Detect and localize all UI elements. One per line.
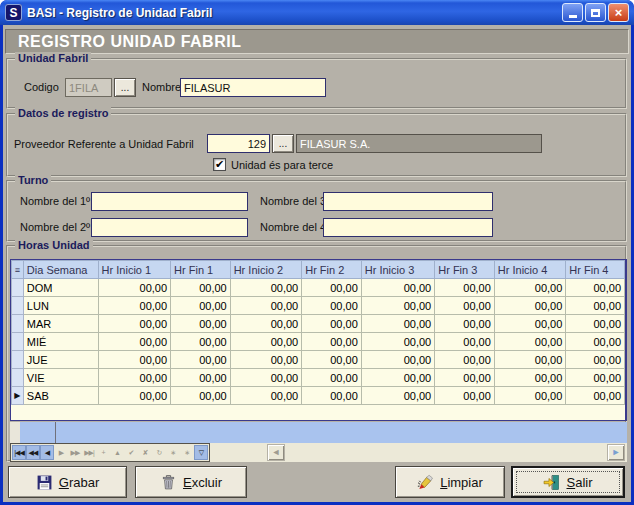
grid-hour-cell[interactable]: 00,00 <box>494 297 566 315</box>
grid-hour-cell[interactable]: 00,00 <box>98 279 170 297</box>
grid-hour-cell[interactable]: 00,00 <box>171 315 231 333</box>
grid-hour-cell[interactable]: 00,00 <box>98 387 170 405</box>
close-button[interactable]: × <box>608 3 629 22</box>
grid-hour-cell[interactable]: 00,00 <box>302 369 362 387</box>
nav-prior-record-button[interactable]: ◀ <box>40 445 54 460</box>
nav-insert-record-button[interactable]: + <box>96 445 110 460</box>
nav-next-record-button[interactable]: ▶ <box>54 445 68 460</box>
limpiar-button[interactable]: Limpiar <box>395 466 505 498</box>
grid-hour-cell[interactable]: 00,00 <box>171 279 231 297</box>
grid-hour-cell[interactable]: 00,00 <box>566 279 625 297</box>
grid-hour-cell[interactable]: 00,00 <box>566 333 625 351</box>
grid-hour-cell[interactable]: 00,00 <box>361 351 434 369</box>
grid-hour-cell[interactable]: 00,00 <box>361 297 434 315</box>
grid-hour-cell[interactable]: 00,00 <box>435 315 495 333</box>
nombre-field[interactable] <box>180 78 326 97</box>
grid-hour-cell[interactable]: 00,00 <box>435 333 495 351</box>
grid-hour-cell[interactable]: 00,00 <box>98 315 170 333</box>
title-bar[interactable]: S BASI - Registro de Unidad Fabril × <box>0 0 634 25</box>
grid-hour-cell[interactable]: 00,00 <box>230 279 302 297</box>
nav-filter-button[interactable]: ▽ <box>194 445 208 460</box>
turno4-field[interactable] <box>323 218 493 237</box>
grid-hour-cell[interactable]: 00,00 <box>230 333 302 351</box>
nav-fast-next-button[interactable]: ▶▶ <box>68 445 82 460</box>
proveedor-codigo-field[interactable] <box>207 134 270 153</box>
grid-hour-cell[interactable]: 00,00 <box>302 333 362 351</box>
grid-hour-cell[interactable]: 00,00 <box>435 387 495 405</box>
grid-hour-cell[interactable]: 00,00 <box>230 315 302 333</box>
grid-hour-cell[interactable]: 00,00 <box>494 387 566 405</box>
grid-hour-cell[interactable]: 00,00 <box>302 315 362 333</box>
grid-hour-cell[interactable]: 00,00 <box>494 351 566 369</box>
grid-hour-cell[interactable]: 00,00 <box>435 351 495 369</box>
grid-day-cell[interactable]: SAB <box>23 387 98 405</box>
grid-hour-cell[interactable]: 00,00 <box>435 369 495 387</box>
grid-hour-cell[interactable]: 00,00 <box>171 369 231 387</box>
grid-day-cell[interactable]: VIE <box>23 369 98 387</box>
salir-button[interactable]: Salir <box>511 466 625 498</box>
grid-hour-cell[interactable]: 00,00 <box>302 297 362 315</box>
nav-post-edit-button[interactable]: ✔ <box>124 445 138 460</box>
grid-day-cell[interactable]: DOM <box>23 279 98 297</box>
grid-hour-cell[interactable]: 00,00 <box>566 315 625 333</box>
grid-hour-cell[interactable]: 00,00 <box>494 333 566 351</box>
grid-hour-cell[interactable]: 00,00 <box>302 351 362 369</box>
grid-day-cell[interactable]: JUE <box>23 351 98 369</box>
grid-hour-cell[interactable]: 00,00 <box>494 369 566 387</box>
nav-fast-prior-button[interactable]: ◀◀ <box>26 445 40 460</box>
grid-hour-cell[interactable]: 00,00 <box>494 279 566 297</box>
nav-refresh-button[interactable]: ↻ <box>152 445 166 460</box>
grid-day-cell[interactable]: LUN <box>23 297 98 315</box>
grid-hour-cell[interactable]: 00,00 <box>361 279 434 297</box>
minimize-button[interactable] <box>562 3 583 22</box>
tercero-checkbox[interactable]: ✔ <box>213 158 226 171</box>
grid-hour-cell[interactable]: 00,00 <box>98 297 170 315</box>
grid-hour-cell[interactable]: 00,00 <box>566 351 625 369</box>
grid-hour-cell[interactable]: 00,00 <box>361 333 434 351</box>
grid-hour-cell[interactable]: 00,00 <box>361 387 434 405</box>
grid-hour-cell[interactable]: 00,00 <box>494 315 566 333</box>
grid-row: MIÉ00,0000,0000,0000,0000,0000,0000,0000… <box>12 333 625 351</box>
nav-last-record-button[interactable]: ▶▶| <box>82 445 96 460</box>
grid-day-cell[interactable]: MAR <box>23 315 98 333</box>
grid-hour-cell[interactable]: 00,00 <box>230 351 302 369</box>
grid-hour-cell[interactable]: 00,00 <box>171 351 231 369</box>
grid-hour-cell[interactable]: 00,00 <box>566 369 625 387</box>
grid-hour-cell[interactable]: 00,00 <box>171 297 231 315</box>
grid-hour-cell[interactable]: 00,00 <box>230 297 302 315</box>
nav-first-record-button[interactable]: |◀◀ <box>12 445 26 460</box>
codigo-field[interactable] <box>65 78 112 97</box>
proveedor-browse-button[interactable]: ... <box>272 134 294 153</box>
grid-hour-cell[interactable]: 00,00 <box>98 351 170 369</box>
grid-hour-cell[interactable]: 00,00 <box>361 315 434 333</box>
grabar-button[interactable]: Grabar <box>8 466 127 498</box>
nav-bookmark-button[interactable]: ∗ <box>166 445 180 460</box>
scroll-left-button[interactable]: ◄ <box>267 444 285 461</box>
maximize-button[interactable] <box>585 3 606 22</box>
grid-hour-cell[interactable]: 00,00 <box>171 333 231 351</box>
scroll-right-button[interactable]: ► <box>607 444 625 461</box>
grid-hour-cell[interactable]: 00,00 <box>230 387 302 405</box>
horas-grid[interactable]: ≡Dia SemanaHr Inicio 1Hr Fin 1Hr Inicio … <box>10 259 627 421</box>
row-indicator <box>12 315 24 333</box>
grid-hour-cell[interactable]: 00,00 <box>230 369 302 387</box>
nav-cancel-edit-button[interactable]: ✘ <box>138 445 152 460</box>
turno3-field[interactable] <box>323 192 493 211</box>
nav-edit-record-button[interactable]: ▲ <box>110 445 124 460</box>
codigo-browse-button[interactable]: ... <box>114 78 136 97</box>
grid-hour-cell[interactable]: 00,00 <box>302 279 362 297</box>
grid-hour-cell[interactable]: 00,00 <box>435 297 495 315</box>
grid-hour-cell[interactable]: 00,00 <box>98 369 170 387</box>
nav-goto-bookmark-button[interactable]: ∗ <box>180 445 194 460</box>
grid-hour-cell[interactable]: 00,00 <box>566 387 625 405</box>
grid-day-cell[interactable]: MIÉ <box>23 333 98 351</box>
grid-hour-cell[interactable]: 00,00 <box>566 297 625 315</box>
grid-hour-cell[interactable]: 00,00 <box>435 279 495 297</box>
turno1-field[interactable] <box>91 192 248 211</box>
grid-hour-cell[interactable]: 00,00 <box>302 387 362 405</box>
grid-hour-cell[interactable]: 00,00 <box>361 369 434 387</box>
grid-hour-cell[interactable]: 00,00 <box>98 333 170 351</box>
turno2-field[interactable] <box>91 218 248 237</box>
grid-hour-cell[interactable]: 00,00 <box>171 387 231 405</box>
excluir-button[interactable]: Excluir <box>135 466 247 498</box>
